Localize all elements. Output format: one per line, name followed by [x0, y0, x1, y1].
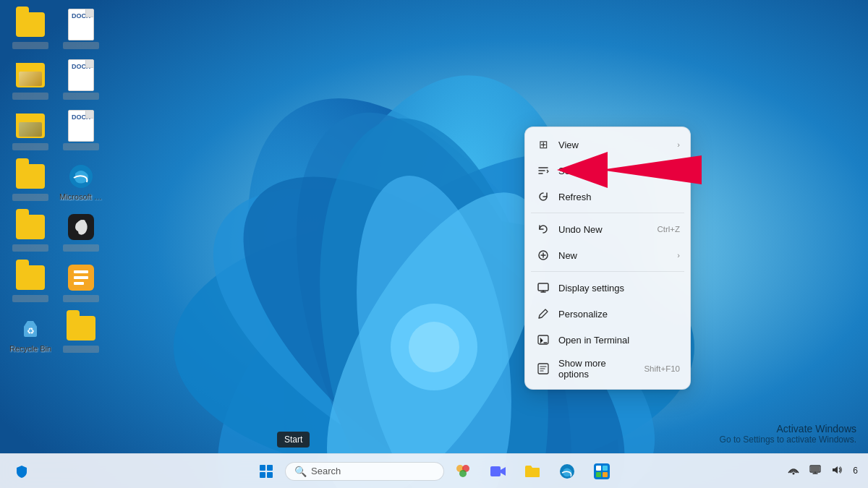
svg-point-12 — [409, 322, 459, 372]
svg-point-39 — [793, 473, 795, 475]
svg-point-15 — [81, 220, 85, 224]
ctx-new-label: New — [558, 250, 674, 261]
desktop-icon-files[interactable] — [58, 260, 104, 305]
taskbar-center: 🔍 Search — [250, 457, 618, 486]
desktop-icons: DOCX — [7, 7, 104, 356]
svg-marker-26 — [600, 155, 702, 184]
view-icon: ⊞ — [535, 137, 551, 153]
windows-defender-btn[interactable] — [7, 457, 36, 486]
svg-point-30 — [459, 470, 467, 477]
colorapp-icon — [454, 463, 472, 480]
desktop-icon-folder2[interactable] — [7, 58, 54, 103]
desktop-icon-recycle[interactable]: ♻ Recycle Bin — [7, 311, 54, 356]
desktop-icon-edge[interactable]: Microsoft Edge — [58, 159, 104, 204]
ctx-divider-2 — [531, 271, 684, 272]
desktop-icon-macos[interactable] — [58, 210, 104, 254]
svg-rect-37 — [596, 472, 601, 477]
svg-marker-32 — [501, 467, 506, 476]
ctx-divider-1 — [531, 213, 684, 213]
svg-rect-31 — [490, 466, 501, 476]
svg-rect-38 — [603, 472, 608, 477]
start-button[interactable] — [252, 457, 281, 486]
new-icon — [535, 247, 551, 263]
network-icon — [788, 464, 799, 476]
desktop-icon-docx2[interactable]: DOCX — [58, 58, 104, 103]
refresh-icon — [535, 189, 551, 205]
docx-icon: DOCX — [68, 9, 94, 40]
svg-rect-17 — [74, 270, 88, 273]
svg-rect-19 — [74, 282, 84, 285]
search-bar[interactable]: 🔍 Search — [285, 462, 444, 481]
taskbar-folder-btn[interactable] — [518, 457, 547, 486]
desktop-icon-folder4[interactable] — [7, 159, 54, 204]
taskbar-left — [0, 457, 38, 486]
desktop-icon-folder6[interactable] — [7, 260, 54, 305]
desktop-icon-folder7[interactable] — [58, 311, 104, 356]
store-icon — [594, 463, 610, 479]
ctx-item-personalize[interactable]: Personalize — [525, 301, 690, 327]
search-label: Search — [311, 466, 341, 476]
svg-rect-41 — [811, 466, 820, 471]
sortby-icon — [535, 163, 551, 179]
activate-line2: Go to Settings to activate Windows. — [720, 435, 856, 445]
new-arrow: › — [677, 251, 680, 260]
taskbar-right: 6 — [783, 461, 862, 481]
volume-icon — [831, 464, 843, 476]
ctx-item-terminal[interactable]: Open in Terminal — [525, 327, 690, 353]
display-icon — [535, 280, 551, 296]
taskbar-colorapp-btn[interactable] — [448, 457, 477, 486]
terminal-icon — [535, 332, 551, 348]
personalize-icon — [535, 306, 551, 322]
ctx-item-undonew[interactable]: Undo New Ctrl+Z — [525, 216, 690, 242]
ctx-item-new[interactable]: New › — [525, 242, 690, 268]
ctx-showmore-shortcut: Shift+F10 — [644, 364, 680, 373]
undonew-icon — [535, 221, 551, 237]
shield-icon — [15, 465, 28, 478]
folder-taskbar-icon — [524, 464, 540, 479]
edge-label: Microsoft Edge — [59, 192, 103, 201]
tray-network-icon[interactable] — [783, 461, 804, 481]
desktop-icon-folder5[interactable] — [7, 210, 54, 254]
start-label: Start — [284, 435, 302, 445]
ctx-terminal-label: Open in Terminal — [558, 335, 680, 346]
clock-display[interactable]: 6 — [848, 466, 862, 477]
win11-logo — [260, 465, 273, 478]
ctx-personalize-label: Personalize — [558, 309, 680, 320]
svg-rect-18 — [74, 276, 88, 279]
ctx-display-label: Display settings — [558, 283, 680, 294]
svg-rect-35 — [596, 466, 601, 471]
tray-volume-icon[interactable] — [827, 461, 847, 481]
search-icon: 🔍 — [294, 466, 307, 477]
desktop: DOCX — [0, 0, 868, 488]
video-icon — [490, 463, 506, 479]
taskbar-edge-btn[interactable] — [553, 457, 582, 486]
ctx-undonew-shortcut: Ctrl+Z — [657, 225, 680, 234]
docx-icon-2: DOCX — [68, 59, 94, 91]
desktop-icon-docx1[interactable]: DOCX — [58, 7, 104, 52]
docx-icon-3: DOCX — [68, 110, 94, 142]
svg-text:♻: ♻ — [27, 326, 35, 336]
svg-rect-23 — [538, 283, 548, 291]
monitor-icon — [809, 464, 821, 476]
taskbar-store-btn[interactable] — [587, 457, 616, 486]
svg-rect-36 — [603, 466, 608, 471]
tray-network2-icon[interactable] — [805, 461, 825, 481]
desktop-icon-docx3[interactable]: DOCX — [58, 108, 104, 153]
ctx-item-display[interactable]: Display settings — [525, 275, 690, 301]
ctx-showmore-label: Show more options — [558, 358, 638, 380]
activate-line1: Activate Windows — [720, 423, 856, 435]
clock-time: 6 — [853, 466, 858, 477]
red-arrow — [557, 148, 702, 194]
taskbar-video-btn[interactable] — [483, 457, 512, 486]
recycle-label: Recycle Bin — [9, 344, 51, 353]
ctx-item-showmore[interactable]: Show more options Shift+F10 — [525, 353, 690, 385]
edge-taskbar-icon — [559, 463, 575, 479]
activate-watermark: Activate Windows Go to Settings to activ… — [720, 423, 856, 445]
start-tooltip: Start — [277, 432, 310, 448]
ctx-undonew-label: Undo New — [558, 224, 651, 235]
showmore-icon — [535, 361, 551, 377]
desktop-icon-folder1[interactable] — [7, 7, 54, 52]
taskbar: 🔍 Search — [0, 453, 868, 488]
svg-marker-27 — [557, 152, 608, 188]
desktop-icon-folder3[interactable] — [7, 108, 54, 153]
